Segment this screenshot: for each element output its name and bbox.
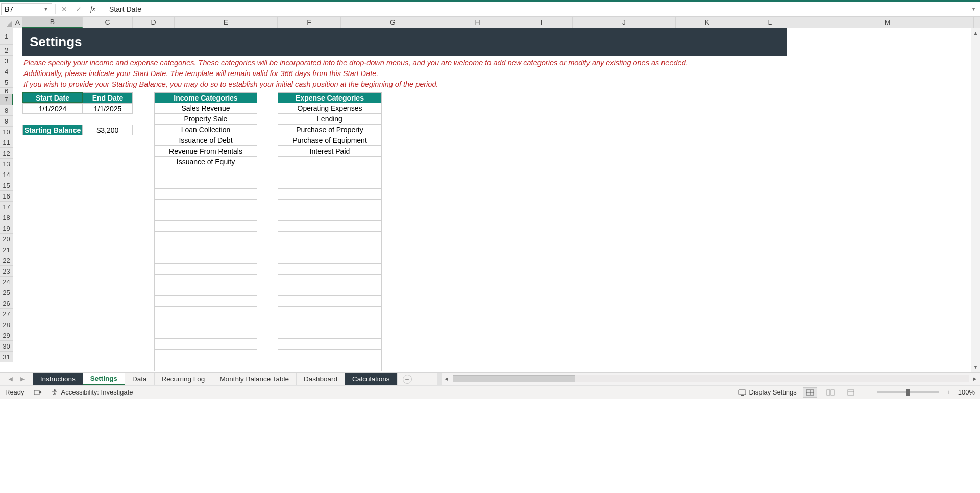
- row-header-23[interactable]: 23: [0, 266, 13, 277]
- expense-category-cell[interactable]: [278, 157, 382, 167]
- zoom-slider[interactable]: [877, 391, 939, 393]
- column-header-M[interactable]: M: [801, 17, 974, 28]
- sheet-tab-recurring-log[interactable]: Recurring Log: [155, 373, 213, 385]
- column-header-G[interactable]: G: [341, 17, 445, 28]
- column-header-I[interactable]: I: [510, 17, 573, 28]
- expense-category-cell[interactable]: [278, 275, 382, 285]
- expense-category-cell[interactable]: [278, 264, 382, 275]
- row-header-29[interactable]: 29: [0, 330, 13, 341]
- income-category-cell[interactable]: [154, 307, 257, 317]
- sheet-tab-calculations[interactable]: Calculations: [345, 373, 398, 385]
- expense-category-cell[interactable]: [278, 178, 382, 189]
- start-date-header[interactable]: Start Date: [22, 92, 83, 103]
- row-header-17[interactable]: 17: [0, 202, 13, 212]
- add-sheet-button[interactable]: ＋: [403, 375, 412, 384]
- income-category-cell[interactable]: Loan Collection: [154, 125, 257, 135]
- income-category-cell[interactable]: [154, 339, 257, 350]
- formula-input[interactable]: [105, 3, 966, 15]
- expense-category-cell[interactable]: Purchase of Property: [278, 125, 382, 135]
- income-category-cell[interactable]: [154, 189, 257, 200]
- income-category-cell[interactable]: [154, 221, 257, 232]
- row-header-31[interactable]: 31: [0, 352, 13, 362]
- income-category-cell[interactable]: [154, 200, 257, 210]
- expense-category-cell[interactable]: [278, 253, 382, 264]
- row-header-25[interactable]: 25: [0, 287, 13, 298]
- income-category-cell[interactable]: [154, 296, 257, 307]
- hscroll-track[interactable]: [453, 375, 969, 382]
- income-category-cell[interactable]: Issuance of Equity: [154, 157, 257, 167]
- starting-balance-cell[interactable]: $3,200: [83, 125, 133, 135]
- horizontal-scrollbar[interactable]: ◄ ►: [442, 373, 980, 385]
- sheet-tab-dashboard[interactable]: Dashboard: [297, 373, 345, 385]
- select-all-corner[interactable]: [0, 17, 13, 28]
- income-category-cell[interactable]: [154, 285, 257, 296]
- row-header-11[interactable]: 11: [0, 137, 13, 148]
- expense-category-cell[interactable]: [278, 210, 382, 221]
- end-date-cell[interactable]: 1/1/2025: [83, 103, 133, 114]
- income-category-cell[interactable]: Issuance of Debt: [154, 135, 257, 146]
- income-category-cell[interactable]: [154, 350, 257, 360]
- column-header-J[interactable]: J: [573, 17, 676, 28]
- income-category-cell[interactable]: [154, 264, 257, 275]
- column-header-E[interactable]: E: [175, 17, 278, 28]
- expand-formula-bar-icon[interactable]: ▾: [969, 6, 978, 12]
- row-header-14[interactable]: 14: [0, 169, 13, 180]
- row-header-12[interactable]: 12: [0, 148, 13, 159]
- income-category-cell[interactable]: [154, 178, 257, 189]
- row-header-13[interactable]: 13: [0, 159, 13, 169]
- expense-category-cell[interactable]: [278, 242, 382, 253]
- income-category-cell[interactable]: [154, 328, 257, 339]
- income-category-cell[interactable]: [154, 242, 257, 253]
- accessibility-status[interactable]: Accessibility: Investigate: [51, 388, 133, 396]
- zoom-out-button[interactable]: −: [864, 388, 871, 396]
- starting-balance-label[interactable]: Starting Balance: [22, 125, 83, 135]
- scroll-down-icon[interactable]: ▼: [971, 362, 980, 372]
- row-header-3[interactable]: 3: [0, 56, 13, 66]
- view-normal-icon[interactable]: [803, 387, 817, 398]
- row-header-22[interactable]: 22: [0, 255, 13, 266]
- zoom-percent[interactable]: 100%: [958, 388, 975, 396]
- view-page-layout-icon[interactable]: [823, 387, 838, 398]
- column-header-H[interactable]: H: [445, 17, 510, 28]
- row-header-10[interactable]: 10: [0, 127, 13, 137]
- income-category-cell[interactable]: [154, 232, 257, 242]
- accept-formula-icon[interactable]: ✓: [73, 5, 84, 13]
- sheet-tab-settings[interactable]: Settings: [83, 373, 125, 385]
- macro-record-icon[interactable]: [34, 389, 42, 396]
- scroll-up-icon[interactable]: ▲: [971, 28, 980, 37]
- hscroll-thumb[interactable]: [453, 375, 575, 382]
- expense-category-cell[interactable]: [278, 200, 382, 210]
- expense-category-cell[interactable]: Lending: [278, 114, 382, 125]
- column-header-B[interactable]: B: [22, 17, 83, 28]
- row-header-30[interactable]: 30: [0, 341, 13, 352]
- expense-category-cell[interactable]: Purchase of Equipment: [278, 135, 382, 146]
- expense-category-cell[interactable]: [278, 328, 382, 339]
- row-header-19[interactable]: 19: [0, 223, 13, 234]
- income-category-cell[interactable]: [154, 167, 257, 178]
- row-header-21[interactable]: 21: [0, 244, 13, 255]
- tab-prev-icon[interactable]: ◄: [7, 375, 14, 383]
- vertical-scrollbar[interactable]: ▲ ▼: [971, 28, 980, 372]
- tabs-splitter[interactable]: [437, 373, 442, 385]
- fx-icon[interactable]: fx: [87, 5, 99, 13]
- expense-category-cell[interactable]: [278, 221, 382, 232]
- expense-category-cell[interactable]: [278, 350, 382, 360]
- display-settings-button[interactable]: Display Settings: [738, 388, 797, 396]
- view-page-break-icon[interactable]: [844, 387, 858, 398]
- expense-category-cell[interactable]: [278, 189, 382, 200]
- row-header-2[interactable]: 2: [0, 45, 13, 56]
- row-header-9[interactable]: 9: [0, 116, 13, 127]
- row-header-18[interactable]: 18: [0, 212, 13, 223]
- column-header-L[interactable]: L: [739, 17, 801, 28]
- income-category-cell[interactable]: [154, 253, 257, 264]
- row-header-16[interactable]: 16: [0, 191, 13, 202]
- income-category-cell[interactable]: [154, 275, 257, 285]
- expense-category-cell[interactable]: [278, 317, 382, 328]
- expense-category-cell[interactable]: [278, 339, 382, 350]
- income-category-cell[interactable]: [154, 210, 257, 221]
- expense-category-cell[interactable]: [278, 232, 382, 242]
- income-category-cell[interactable]: Sales Revenue: [154, 103, 257, 114]
- expense-category-cell[interactable]: [278, 307, 382, 317]
- expense-category-cell[interactable]: Operating Expenses: [278, 103, 382, 114]
- column-header-D[interactable]: D: [133, 17, 175, 28]
